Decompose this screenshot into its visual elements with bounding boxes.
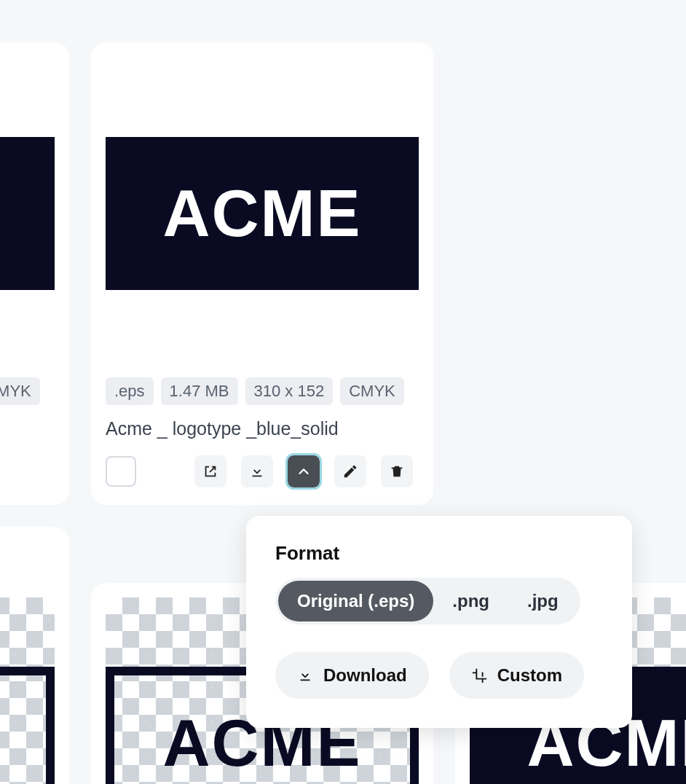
tag-color: CMYK: [340, 377, 404, 405]
asset-card[interactable]: ACME .eps 1.47 MB 310 x 152 CMYK Acme _ …: [0, 42, 69, 505]
popover-title: Format: [275, 542, 603, 565]
crop-icon: [471, 667, 487, 683]
tag-ext: .eps: [106, 377, 154, 405]
tag-size: 1.47 MB: [161, 377, 238, 405]
download-label: Download: [323, 665, 407, 686]
asset-card[interactable]: ACME: [0, 583, 69, 784]
logo-preview: ACME: [0, 137, 55, 290]
download-icon: [297, 667, 313, 683]
asset-thumbnail[interactable]: ACME: [106, 57, 419, 370]
asset-actions: [106, 455, 419, 487]
format-menu-button[interactable]: [288, 455, 320, 487]
format-option-jpg[interactable]: .jpg: [508, 581, 577, 622]
edit-button[interactable]: [334, 455, 366, 487]
tag-dim: 310 x 152: [245, 377, 334, 405]
download-button[interactable]: [241, 455, 273, 487]
trash-icon: [389, 463, 405, 479]
asset-name: Acme _ logotype _blue_solid: [0, 418, 55, 439]
asset-name: Acme _ logotype _blue_solid: [106, 418, 419, 439]
delete-button[interactable]: [381, 455, 413, 487]
popover-actions: Download Custom: [275, 652, 603, 699]
format-popover: Format Original (.eps) .png .jpg Downloa…: [246, 516, 632, 728]
asset-thumbnail[interactable]: ACME: [0, 597, 55, 784]
tag-color: CMYK: [0, 377, 40, 405]
asset-tags: .eps 1.47 MB 310 x 152 CMYK: [0, 377, 55, 405]
asset-thumbnail[interactable]: ACME: [0, 57, 55, 370]
logo-preview: ACME: [0, 667, 55, 784]
download-icon: [249, 463, 265, 479]
select-checkbox[interactable]: [106, 456, 136, 487]
chevron-up-icon: [296, 463, 312, 479]
asset-actions: [0, 455, 55, 486]
pencil-icon: [342, 463, 358, 479]
format-segmented-control: Original (.eps) .png .jpg: [275, 578, 580, 624]
download-button[interactable]: Download: [275, 652, 429, 699]
asset-tags: .eps 1.47 MB 310 x 152 CMYK: [106, 377, 419, 405]
open-icon: [202, 463, 218, 479]
open-button[interactable]: [194, 455, 226, 487]
format-option-original[interactable]: Original (.eps): [278, 581, 433, 622]
logo-preview: ACME: [106, 137, 419, 290]
custom-label: Custom: [497, 665, 562, 686]
asset-card[interactable]: ACME .eps 1.47 MB 310 x 152 CMYK Acme _ …: [91, 42, 433, 505]
format-option-png[interactable]: .png: [433, 581, 508, 622]
custom-button[interactable]: Custom: [449, 652, 584, 699]
